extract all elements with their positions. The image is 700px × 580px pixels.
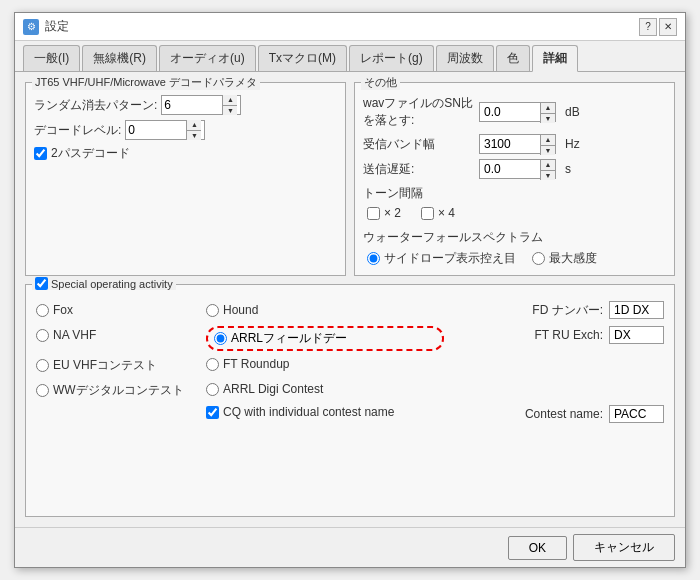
tone-x2-checkbox[interactable]: [367, 207, 380, 220]
waterfall-opt1-radio[interactable]: [367, 252, 380, 265]
waterfall-radios: サイドロープ表示控え目 最大感度: [363, 250, 666, 267]
cancel-button[interactable]: キャンセル: [573, 534, 675, 561]
fox-radio[interactable]: [36, 304, 49, 317]
twopass-row: 2パスデコード: [34, 145, 337, 162]
tab-txmacro[interactable]: Txマクロ(M): [258, 45, 347, 71]
fd-input[interactable]: [609, 301, 664, 319]
window-title: 設定: [45, 18, 69, 35]
delay-row: 送信遅延: ▲ ▼ s: [363, 159, 666, 179]
waterfall-opt2-label[interactable]: 最大感度: [549, 250, 597, 267]
decode-spinner: ▲ ▼: [186, 120, 201, 140]
title-bar-left: ⚙ 設定: [23, 18, 69, 35]
hound-label: Hound: [223, 303, 258, 317]
navhf-label: NA VHF: [53, 328, 96, 342]
random-down[interactable]: ▼: [223, 105, 237, 116]
wav-input[interactable]: [480, 103, 540, 121]
band-up[interactable]: ▲: [541, 135, 555, 145]
ok-button[interactable]: OK: [508, 536, 567, 560]
tone-x2-label[interactable]: × 2: [384, 206, 401, 220]
tab-color[interactable]: 色: [496, 45, 530, 71]
tab-detail[interactable]: 詳細: [532, 45, 578, 72]
twopass-label[interactable]: 2パスデコード: [51, 145, 130, 162]
random-input[interactable]: [162, 96, 222, 114]
random-up[interactable]: ▲: [223, 95, 237, 105]
col3-r2: FT RU Exch:: [444, 326, 664, 351]
settings-window: ⚙ 設定 ? ✕ 一般(I) 無線機(R) オーディオ(u) Txマクロ(M) …: [14, 12, 686, 568]
col1-r5: [36, 405, 206, 423]
main-content: JT65 VHF/UHF/Microwave デコードパラメタ ランダム消去パタ…: [15, 72, 685, 527]
ft-input[interactable]: [609, 326, 664, 344]
wav-down[interactable]: ▼: [541, 113, 555, 124]
fox-label: Fox: [53, 303, 73, 317]
wwdigital-radio[interactable]: [36, 384, 49, 397]
waterfall-opt1-row: サイドロープ表示控え目: [367, 250, 516, 267]
waterfall-section: ウォーターフォールスペクトラム サイドロープ表示控え目 最大感度: [363, 229, 666, 267]
delay-up[interactable]: ▲: [541, 160, 555, 170]
decode-row: デコードレベル: ▲ ▼: [34, 120, 337, 140]
special-checkbox[interactable]: [35, 277, 48, 290]
help-button[interactable]: ?: [639, 18, 657, 36]
arrlfd-radio[interactable]: [214, 332, 227, 345]
title-bar: ⚙ 設定 ? ✕: [15, 13, 685, 41]
decode-label: デコードレベル:: [34, 122, 121, 139]
special-row-5: CQ with individual contest name Contest …: [36, 405, 664, 423]
wav-label: wavファイルのSN比を落とす:: [363, 95, 473, 129]
band-down[interactable]: ▼: [541, 145, 555, 156]
tab-report[interactable]: レポート(g): [349, 45, 434, 71]
tab-radio[interactable]: 無線機(R): [82, 45, 157, 71]
tab-audio[interactable]: オーディオ(u): [159, 45, 256, 71]
arrlfd-label: ARRLフィールドデー: [231, 330, 347, 347]
band-input-wrap: ▲ ▼: [479, 134, 556, 154]
ftroundup-label: FT Roundup: [223, 357, 290, 371]
delay-input[interactable]: [480, 160, 540, 178]
tone-x4-checkbox[interactable]: [421, 207, 434, 220]
navhf-radio[interactable]: [36, 329, 49, 342]
fd-number-row: FD ナンバー:: [532, 301, 664, 319]
decode-input[interactable]: [126, 121, 186, 139]
wwdigital-label: WWデジタルコンテスト: [53, 382, 184, 399]
euvhf-label: EU VHFコンテスト: [53, 357, 157, 374]
col1-r3: EU VHFコンテスト: [36, 355, 206, 376]
wav-up[interactable]: ▲: [541, 103, 555, 113]
col1-r1: Fox: [36, 301, 206, 322]
tone-x4-label[interactable]: × 4: [438, 206, 455, 220]
waterfall-opt2-row: 最大感度: [532, 250, 597, 267]
twopass-checkbox[interactable]: [34, 147, 47, 160]
ftroundup-radio[interactable]: [206, 358, 219, 371]
col3-r4: [444, 380, 664, 401]
hound-radio[interactable]: [206, 304, 219, 317]
col3-r5: Contest name:: [444, 405, 664, 423]
arrldigi-radio[interactable]: [206, 383, 219, 396]
fd-label: FD ナンバー:: [532, 302, 603, 319]
tab-general[interactable]: 一般(I): [23, 45, 80, 71]
other-group: その他 wavファイルのSN比を落とす: ▲ ▼ dB: [354, 82, 675, 276]
contest-name-input[interactable]: [609, 405, 664, 423]
decode-input-wrap: ▲ ▼: [125, 120, 205, 140]
jt65-group: JT65 VHF/UHF/Microwave デコードパラメタ ランダム消去パタ…: [25, 82, 346, 276]
waterfall-opt2-radio[interactable]: [532, 252, 545, 265]
col1-r2: NA VHF: [36, 326, 206, 351]
bottom-bar: OK キャンセル: [15, 527, 685, 567]
waterfall-opt1-label[interactable]: サイドロープ表示控え目: [384, 250, 516, 267]
decode-up[interactable]: ▲: [187, 120, 201, 130]
col3-r1: FD ナンバー:: [444, 301, 664, 322]
decode-down[interactable]: ▼: [187, 130, 201, 141]
col2-r4: ARRL Digi Contest: [206, 380, 444, 401]
top-section: JT65 VHF/UHF/Microwave デコードパラメタ ランダム消去パタ…: [25, 82, 675, 276]
arrl-field-day-highlight: ARRLフィールドデー: [206, 326, 444, 351]
band-spinner: ▲ ▼: [540, 135, 555, 155]
delay-label: 送信遅延:: [363, 161, 473, 178]
tab-freq[interactable]: 周波数: [436, 45, 494, 71]
tone-x4-row: × 4: [421, 206, 455, 220]
close-button[interactable]: ✕: [659, 18, 677, 36]
title-controls: ? ✕: [639, 18, 677, 36]
band-input[interactable]: [480, 135, 540, 153]
delay-down[interactable]: ▼: [541, 170, 555, 181]
special-title-label[interactable]: Special operating activity: [51, 278, 173, 290]
tone-label: トーン間隔: [363, 185, 666, 202]
arrldigi-label: ARRL Digi Contest: [223, 382, 323, 396]
euvhf-radio[interactable]: [36, 359, 49, 372]
cq-label[interactable]: CQ with individual contest name: [223, 405, 394, 419]
col2-r2: ARRLフィールドデー: [206, 326, 444, 351]
cq-checkbox[interactable]: [206, 406, 219, 419]
